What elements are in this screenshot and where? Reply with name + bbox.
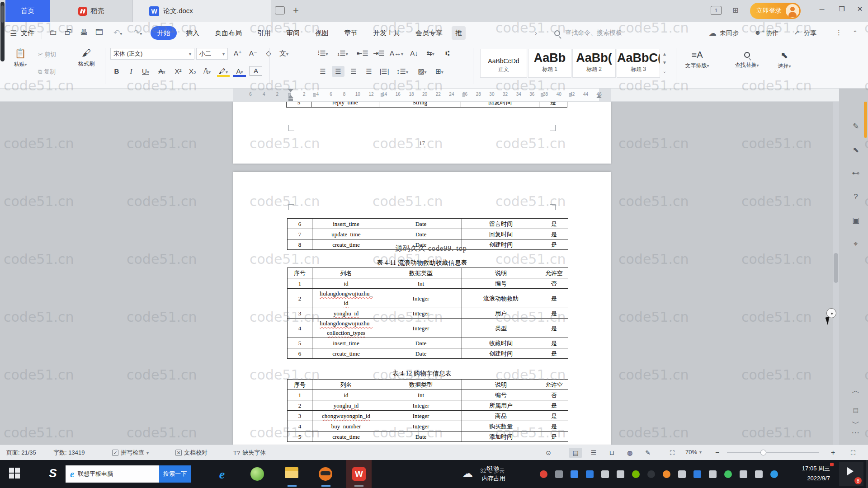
style-正文[interactable]: AaBbCcDd正文 <box>480 49 527 78</box>
tray-wifi-icon[interactable] <box>601 470 609 478</box>
file-menu[interactable]: 文件 <box>21 29 34 38</box>
word-count[interactable]: 字数: 13419 <box>53 449 85 457</box>
tray-speaker-icon[interactable] <box>740 470 747 478</box>
zoom-slider[interactable] <box>727 452 819 453</box>
proofread-button[interactable]: ✕ 文档校对 <box>175 449 208 457</box>
tray-nvidia-icon[interactable] <box>632 470 640 478</box>
horizontal-ruler[interactable]: 6422468101214161820222426283032343638404… <box>0 89 839 102</box>
collaborate-label[interactable]: 协作 <box>766 29 778 38</box>
borders-icon[interactable]: ⊞▾ <box>433 66 446 77</box>
paste-button[interactable]: 📋 粘贴▾ <box>7 48 33 68</box>
print-icon[interactable]: 🖶 <box>80 28 88 37</box>
vertical-scrollbar[interactable] <box>833 102 839 445</box>
highlight-color-icon[interactable]: 🖍▾ <box>217 66 230 77</box>
login-button[interactable]: 立即登录 <box>750 3 801 19</box>
left-indent-marker[interactable] <box>288 99 293 101</box>
menu-tab-开始[interactable]: 开始 <box>151 26 177 40</box>
spellcheck-toggle[interactable]: ✓ 拼写检查▾ <box>112 449 149 457</box>
document-canvas[interactable]: 5reply_timeString回复时间是 17 6insert_timeDa… <box>0 102 868 445</box>
tray-bell-icon[interactable] <box>617 470 624 478</box>
collapse-ribbon-icon[interactable]: ⌃ <box>853 29 858 36</box>
share-label[interactable]: 分享 <box>804 29 816 38</box>
new-tab-button[interactable]: + <box>293 5 299 16</box>
view-web-icon[interactable]: ◍ <box>623 448 637 458</box>
menu-tab-视图[interactable]: 视图 <box>309 26 335 40</box>
subscript-icon[interactable]: X₂ <box>186 66 199 77</box>
zoom-slider-thumb[interactable] <box>760 450 766 455</box>
select-button[interactable]: ⬉ 选择▾ <box>771 50 797 70</box>
taskbar-search-box[interactable]: e 联想平板电脑 搜索一下 <box>66 465 191 483</box>
more-tools-icon[interactable]: ⋯ <box>849 426 863 440</box>
view-outline-icon[interactable]: ☰ <box>587 448 600 458</box>
clock[interactable]: 17:05 周三 2022/9/7 <box>788 464 830 483</box>
print-preview-icon[interactable]: 🗔 <box>95 28 103 37</box>
tray-clipboard-icon[interactable] <box>709 470 717 478</box>
undo-icon[interactable]: ↶▾ <box>113 28 122 38</box>
ruler-column-marker[interactable] <box>569 93 571 97</box>
save-icon[interactable]: 🗀 <box>49 28 57 37</box>
bullet-list-icon[interactable]: ⁝☰▾ <box>316 48 329 59</box>
scrollbar-thumb[interactable] <box>834 253 838 283</box>
start-button[interactable] <box>9 468 21 479</box>
view-book-icon[interactable]: ⊔ <box>605 448 618 458</box>
search-go-button[interactable]: 搜索一下 <box>159 465 191 483</box>
increase-indent-icon[interactable]: ⇥☰ <box>373 48 385 59</box>
weather-icon[interactable]: ☁ <box>462 467 473 480</box>
ruler-column-marker[interactable] <box>462 93 465 97</box>
more-menu-icon[interactable]: ⋮ <box>835 28 842 37</box>
grid-layout-icon[interactable]: ⊞ <box>732 6 742 15</box>
menu-tab-审阅[interactable]: 审阅 <box>280 26 306 40</box>
tray-qq-icon[interactable] <box>770 470 778 478</box>
hanging-indent-marker[interactable] <box>288 95 293 98</box>
command-search-input[interactable]: 查找命令、搜索模板 <box>565 29 622 37</box>
tray-health-icon[interactable] <box>724 470 732 478</box>
first-line-indent-marker[interactable] <box>288 89 293 92</box>
justify-icon[interactable]: ☰ <box>363 66 375 77</box>
character-shading-icon[interactable]: A <box>250 66 262 76</box>
tray-browser-icon[interactable] <box>663 470 670 478</box>
fullscreen-icon[interactable]: ⛶ <box>846 448 860 458</box>
tray-red-app-icon[interactable] <box>540 470 547 478</box>
taskbar-explorer-icon[interactable] <box>285 467 298 481</box>
export-pdf-icon[interactable]: 🗗 <box>65 28 72 37</box>
underline-icon[interactable]: U▾ <box>139 66 152 77</box>
restore-button[interactable]: ❐ <box>832 0 852 18</box>
zoom-out-button[interactable]: − <box>715 449 719 457</box>
taskbar-browser360-icon[interactable] <box>250 467 264 481</box>
ruler-column-marker[interactable] <box>541 93 543 97</box>
style-标题 2[interactable]: AaBb(标题 2 <box>572 49 616 78</box>
pinyin-guide-icon[interactable]: 文▾ <box>278 48 290 59</box>
detach-window-icon[interactable] <box>275 6 285 14</box>
text-direction-icon[interactable]: ⇆▾ <box>424 48 437 59</box>
ruler-column-marker[interactable] <box>313 93 316 97</box>
tab-document[interactable]: W 论文.docx <box>133 0 271 22</box>
minimize-button[interactable]: ─ <box>812 0 832 18</box>
taskbar-ie-icon[interactable]: e <box>215 467 229 481</box>
italic-icon[interactable]: I <box>125 66 137 77</box>
collaborate-icon[interactable]: ☻⁺ <box>754 28 765 37</box>
window-grip[interactable] <box>0 2 5 61</box>
line-spacing-icon[interactable]: ↕☰▾ <box>396 66 409 77</box>
style-gallery-scroll[interactable]: ▲▼⌄ <box>661 50 668 77</box>
character-scale-icon[interactable]: A↔▾ <box>390 48 402 59</box>
hamburger-icon[interactable]: ☰ <box>10 29 17 38</box>
menu-tab-章节[interactable]: 章节 <box>338 26 364 40</box>
tray-laptop-icon[interactable] <box>678 470 686 478</box>
tab-ruler-icon[interactable]: ⑆ <box>441 48 454 59</box>
clear-format-icon[interactable]: ◇ <box>262 48 275 59</box>
distribute-icon[interactable]: |☰| <box>378 66 391 77</box>
media-app-tile[interactable]: 8 <box>839 462 863 486</box>
missing-font-button[interactable]: T? 缺失字体 <box>233 449 266 457</box>
tray-display-icon[interactable] <box>755 470 763 478</box>
tray-bluetooth-icon[interactable] <box>693 470 701 478</box>
tab-docer[interactable]: 稻壳 <box>50 0 133 22</box>
sync-status[interactable]: 未同步 <box>720 29 739 38</box>
view-ink-icon[interactable]: ✎ <box>641 448 655 458</box>
wps-active-tile[interactable]: W <box>346 460 372 488</box>
cloud-sync-icon[interactable]: ☁ <box>709 28 717 38</box>
format-painter-button[interactable]: 🖌 格式刷 <box>73 48 99 68</box>
find-replace-button[interactable]: 查找替换▾ <box>731 50 763 69</box>
style-标题 1[interactable]: AaBb标题 1 <box>528 49 571 78</box>
menu-tab-开发工具[interactable]: 开发工具 <box>367 26 406 40</box>
menu-tab-会员专享[interactable]: 会员专享 <box>409 26 449 40</box>
